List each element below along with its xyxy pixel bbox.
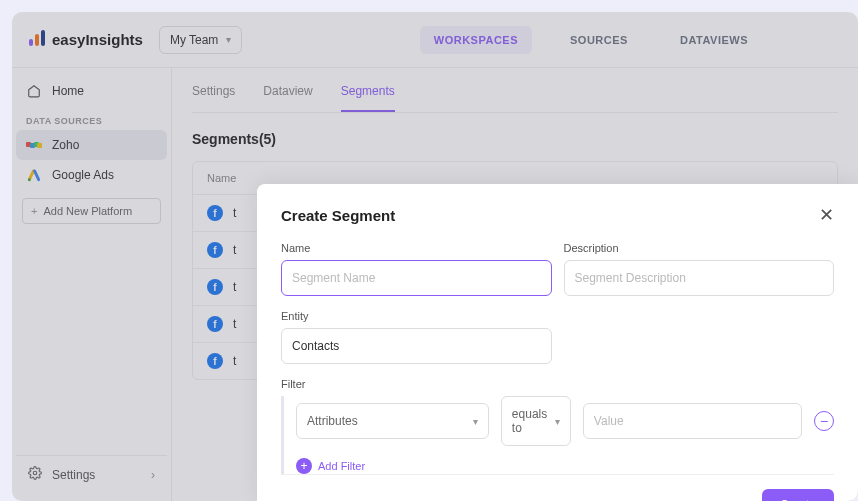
segment-description-input[interactable]	[564, 260, 835, 296]
filter-value-input[interactable]	[583, 403, 802, 439]
chevron-down-icon: ▾	[555, 416, 560, 427]
remove-filter-button[interactable]: −	[814, 411, 834, 431]
add-filter-button[interactable]: + Add Filter	[296, 458, 834, 474]
filter-label: Filter	[281, 378, 834, 390]
filter-attribute-select[interactable]: Attributes ▾	[296, 403, 489, 439]
plus-circle-icon: +	[296, 458, 312, 474]
create-button[interactable]: Create	[762, 489, 834, 501]
create-segment-modal: Create Segment ✕ Name Description Entity…	[257, 184, 858, 501]
segment-name-input[interactable]	[281, 260, 552, 296]
name-label: Name	[281, 242, 552, 254]
entity-label: Entity	[281, 310, 552, 322]
chevron-down-icon: ▾	[473, 416, 478, 427]
add-filter-label: Add Filter	[318, 460, 365, 472]
modal-title: Create Segment	[281, 207, 395, 224]
entity-input[interactable]	[281, 328, 552, 364]
filter-operator-value: equals to	[512, 407, 555, 435]
description-label: Description	[564, 242, 835, 254]
filter-operator-select[interactable]: equals to ▾	[501, 396, 571, 446]
close-icon[interactable]: ✕	[819, 204, 834, 226]
filter-attribute-value: Attributes	[307, 414, 358, 428]
